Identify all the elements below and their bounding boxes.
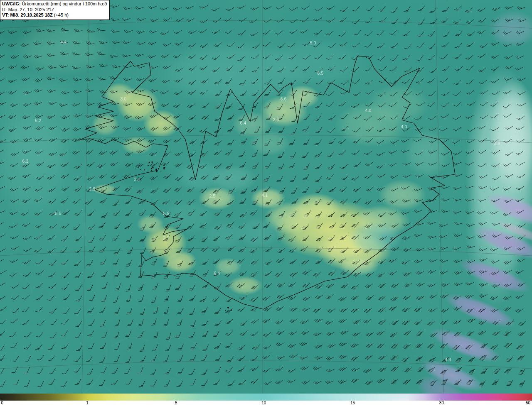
model-label: UWC/IG: (2, 1, 21, 6)
colorbar: 01510153050 (0, 394, 532, 406)
colorbar-tick-label: 5 (175, 401, 177, 406)
valid-time-line: VT: Mið. 29.10.2025 18Z (+45 h) (2, 12, 107, 18)
valid-time-offset: (+45 h) (54, 12, 69, 17)
colorbar-tick-label: 1 (86, 401, 89, 406)
weather-map: 4.45.06.53.06.64.06.22.96.44.03.96.33.12… (0, 0, 532, 406)
map-canvas (0, 0, 532, 394)
init-time-label: IT: (2, 7, 7, 12)
init-time-value: Mán. 27. 10. 2025 21Z (8, 7, 54, 12)
init-time-line: IT: Mán. 27. 10. 2025 21Z (2, 7, 107, 13)
colorbar-gradient (0, 394, 532, 401)
map-title: Úrkomumætti (mm) og vindur í 100m hæð (22, 1, 107, 6)
colorbar-tick-label: 10 (261, 401, 266, 406)
valid-time-value: Mið. 29.10.2025 18Z (10, 12, 53, 17)
title-box: UWC/IG: Úrkomumætti (mm) og vindur í 100… (0, 0, 110, 20)
colorbar-tick-label: 0 (1, 401, 4, 406)
colorbar-ticks: 01510153050 (0, 401, 532, 406)
colorbar-tick-label: 15 (350, 401, 355, 406)
title-line: UWC/IG: Úrkomumætti (mm) og vindur í 100… (2, 1, 107, 7)
colorbar-tick-label: 30 (439, 401, 444, 406)
valid-time-label: VT: (2, 12, 9, 17)
colorbar-tick-label: 50 (526, 401, 530, 406)
